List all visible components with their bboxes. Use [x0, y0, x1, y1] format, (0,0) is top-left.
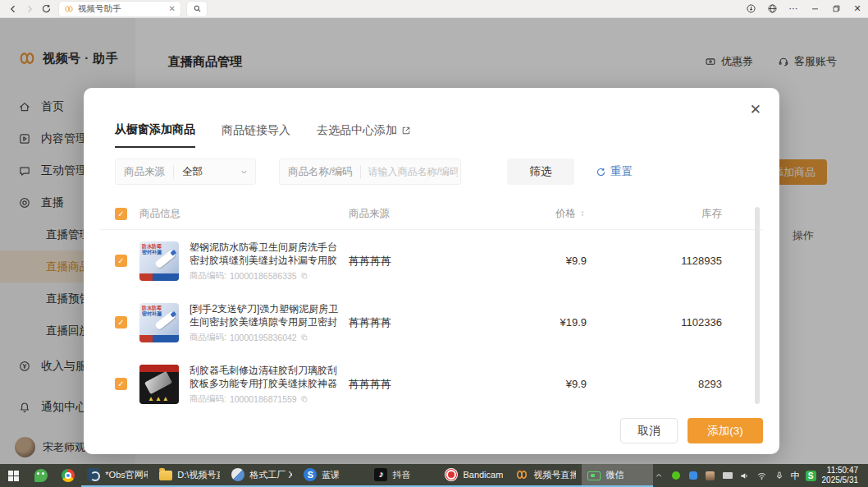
ime-indicator[interactable]: 中: [791, 470, 800, 482]
product-source: 苒苒苒苒: [349, 377, 455, 392]
window-restore-icon[interactable]: [825, 1, 847, 17]
product-name-search: 商品名称/编码: [279, 159, 461, 185]
column-price[interactable]: 价格: [455, 207, 587, 221]
folder-icon: [159, 471, 172, 480]
tray-volume-icon[interactable]: [739, 469, 751, 482]
external-link-icon: [401, 126, 411, 136]
taskbar-app-label: Bandicam: [463, 470, 503, 480]
column-product-info: 商品信息: [139, 207, 349, 221]
browser-reload-icon[interactable]: [38, 2, 54, 16]
taskbar-app-bandicam[interactable]: Bandicam: [439, 464, 509, 487]
product-name-input[interactable]: [361, 166, 458, 177]
thumb-text: 密封补漏: [142, 311, 162, 317]
taskbar-app-channels-live[interactable]: 视频号直播伴侣: [509, 464, 582, 487]
tab-label: 去选品中心添加: [317, 123, 397, 138]
product-code-label: 商品编码:: [190, 270, 226, 282]
product-source-select[interactable]: 商品来源 全部: [115, 159, 256, 185]
product-stock: 1128935: [587, 255, 722, 267]
tab-close-icon[interactable]: ✕: [169, 5, 176, 13]
tab-add-from-showcase[interactable]: 从橱窗添加商品: [115, 122, 195, 148]
row-checkbox[interactable]: ✓: [115, 316, 127, 328]
tray-app-icon[interactable]: [688, 469, 699, 482]
tray-mic-icon[interactable]: [774, 469, 785, 482]
product-thumbnail: 防水防霉 密封补漏: [139, 241, 179, 281]
search-field-label: 商品名称/编码: [280, 165, 361, 179]
download-icon[interactable]: [740, 1, 761, 17]
tray-wifi-icon[interactable]: [756, 469, 768, 482]
table-row: ✓ 防水防霉 密封补漏 [到手2支送铲刀]强力塑钢泥厨房卫生间密封胶美缝填隙专用…: [115, 292, 722, 353]
taskbar-app-lanke[interactable]: S 蓝课: [298, 464, 368, 487]
wechat-icon: [34, 469, 48, 482]
modal-footer: 取消 添加(3): [620, 418, 763, 443]
modal-scrollbar[interactable]: [755, 207, 760, 404]
table-row: ✓ ▲▲▲ 刮胶器毛刺修边清硅胶刮刀璃胶刮胶板多功能专用打胶美缝抹胶神器 商品编…: [115, 353, 722, 415]
copy-icon[interactable]: [300, 333, 308, 342]
browser-menu-icon[interactable]: ⋯: [783, 1, 804, 17]
thumb-banner: [139, 273, 179, 281]
cancel-button[interactable]: 取消: [620, 418, 678, 443]
clock-time: 11:50:47: [822, 466, 859, 476]
window-minimize-icon[interactable]: [804, 1, 825, 17]
tray-avatar-icon[interactable]: [705, 469, 716, 482]
taskbar-app-formatfactory[interactable]: 格式工厂 X64 ...: [226, 464, 298, 487]
product-source: 苒苒苒苒: [349, 254, 455, 269]
source-select-label: 商品来源: [116, 165, 174, 179]
sogou-input-icon[interactable]: S: [806, 471, 816, 481]
product-code: 10000186871559: [230, 394, 297, 404]
reset-label: 重置: [610, 164, 633, 179]
thumb-text: 防水防霉: [142, 244, 162, 250]
copy-icon[interactable]: [300, 395, 308, 403]
clock-date: 2025/5/31: [822, 476, 859, 485]
tab-import-product-link[interactable]: 商品链接导入: [222, 122, 290, 148]
product-title[interactable]: 塑钢泥防水防霉卫生间厨房洗手台密封胶填缝剂美缝封边补漏专用胶150ml...: [190, 241, 339, 267]
lanke-icon: S: [304, 468, 317, 481]
taskbar-app-label: 视频号直播伴侣: [533, 469, 576, 481]
table-header: ✓ 商品信息 商品来源 价格 库存: [115, 203, 722, 224]
column-price-label: 价格: [555, 207, 576, 221]
reset-button[interactable]: 重置: [596, 164, 633, 179]
product-title[interactable]: [到手2支送铲刀]强力塑钢泥厨房卫生间密封胶美缝填隙专用厨卫密封胶150M...: [190, 302, 339, 328]
globe-icon[interactable]: [761, 1, 783, 17]
product-code: 10000186586335: [230, 271, 297, 281]
bandicam-icon: [445, 468, 458, 481]
thumb-text: 密封补漏: [142, 250, 162, 255]
thumb-triangles: ▲▲▲: [148, 396, 170, 402]
tray-wechat-icon[interactable]: [670, 469, 682, 482]
row-checkbox[interactable]: ✓: [115, 378, 127, 390]
column-stock: 库存: [587, 207, 722, 221]
row-checkbox[interactable]: ✓: [115, 255, 127, 267]
thumb-banner: [139, 335, 179, 342]
taskbar-wechat-pinned[interactable]: [27, 464, 54, 487]
taskbar-app-douyin[interactable]: ♪ 抖音: [368, 464, 439, 487]
select-all-checkbox[interactable]: ✓: [115, 208, 127, 220]
tab-goto-selection-center[interactable]: 去选品中心添加: [317, 122, 411, 148]
browser-tab[interactable]: 视频号助手 ✕: [59, 2, 180, 16]
filter-button[interactable]: 筛选: [507, 159, 574, 185]
app-window: 视频号 · 助手 首页 内容管理 互动管理 直播: [0, 18, 868, 464]
taskbar-chrome-pinned[interactable]: [54, 464, 81, 487]
taskbar-app-obs[interactable]: *Obs官网电脑...: [81, 464, 153, 487]
system-tray: 中 S 11:50:47 2025/5/31: [653, 464, 868, 487]
tab-search-button[interactable]: [187, 2, 207, 16]
start-button[interactable]: [0, 464, 27, 487]
window-close-icon[interactable]: ✕: [847, 1, 868, 17]
tab-label: 商品链接导入: [222, 123, 290, 138]
tray-expand-icon[interactable]: [653, 469, 665, 482]
copy-icon[interactable]: [300, 272, 308, 280]
product-price: ¥9.9: [455, 255, 587, 267]
browser-forward-icon[interactable]: [21, 2, 38, 16]
reset-icon: [596, 167, 606, 177]
taskbar-app-weixin-active[interactable]: 微信: [582, 464, 652, 487]
tray-device-icon[interactable]: [722, 469, 733, 482]
product-title[interactable]: 刮胶器毛刺修边清硅胶刮刀璃胶刮胶板多功能专用打胶美缝抹胶神器: [190, 364, 339, 390]
product-thumbnail: 防水防霉 密封补漏: [139, 303, 179, 342]
sort-icon: [578, 209, 587, 218]
confirm-add-button[interactable]: 添加(3): [688, 418, 763, 443]
product-stock: 8293: [587, 378, 722, 390]
browser-back-icon[interactable]: [5, 2, 21, 16]
taskbar-app-explorer[interactable]: D:\视频号直播...: [153, 464, 226, 487]
source-select-value: 全部: [174, 165, 240, 179]
modal-close-icon[interactable]: ✕: [750, 103, 761, 117]
taskbar-app-label: *Obs官网电脑...: [105, 469, 148, 481]
taskbar-clock[interactable]: 11:50:47 2025/5/31: [822, 466, 862, 485]
